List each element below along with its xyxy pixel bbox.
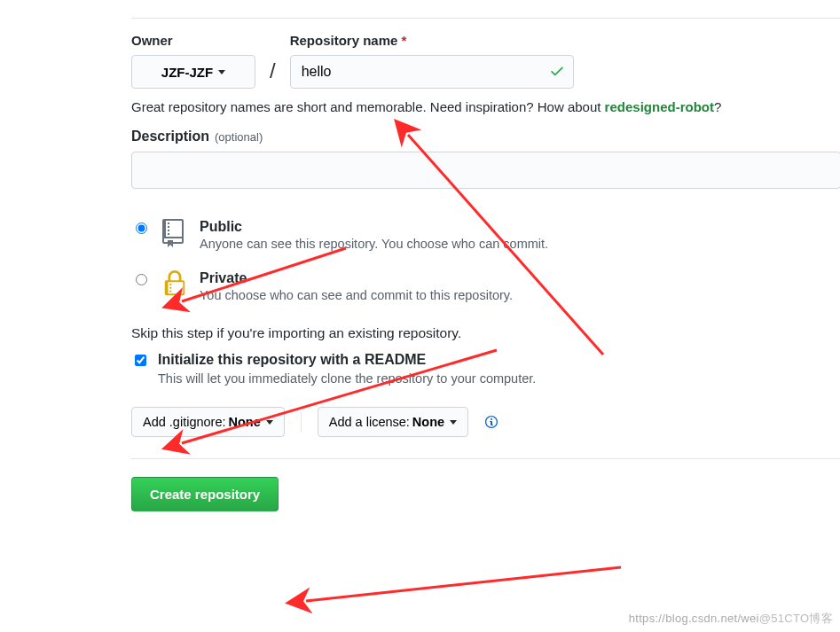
caret-down-icon [266,420,273,425]
info-icon[interactable] [484,415,499,429]
repo-name-label: Repository name * [290,33,574,48]
gitignore-prefix: Add .gitignore: [143,415,226,429]
license-prefix: Add a license: [329,415,410,429]
section-divider-top [131,18,840,19]
visibility-public-title: Public [200,219,548,235]
repo-public-icon [161,219,189,247]
checkmark-icon [549,63,565,82]
repo-name-suggestion[interactable]: redesigned-robot [605,99,714,114]
description-input[interactable] [131,152,840,189]
description-label: Description (optional) [131,129,840,144]
caret-down-icon [218,70,225,74]
name-hint: Great repository names are short and mem… [131,99,840,114]
caret-down-icon [450,420,457,425]
visibility-private-title: Private [200,270,513,286]
description-optional: (optional) [215,130,263,144]
initialize-readme-checkbox[interactable] [135,355,146,366]
owner-selected-value: JZF-JZF [161,65,213,80]
owner-label: Owner [131,33,255,48]
visibility-private-desc: You choose who can see and commit to thi… [200,288,513,302]
path-slash: / [264,59,281,89]
license-select[interactable]: Add a license: None [318,407,468,437]
license-value: None [412,415,444,429]
watermark-left: https://blog.csdn.net/wei [629,612,759,625]
initialize-readme-title: Initialize this repository with a README [158,352,536,368]
description-label-text: Description [131,129,209,144]
repo-name-label-text: Repository name [290,33,398,48]
gitignore-value: None [229,415,261,429]
svg-line-3 [306,567,621,601]
skip-import-text: Skip this step if you're importing an ex… [131,325,840,341]
section-divider-bottom [131,458,840,459]
gitignore-select[interactable]: Add .gitignore: None [131,407,285,437]
hint-suffix: ? [714,99,721,114]
required-asterisk: * [401,33,406,48]
visibility-public-desc: Anyone can see this repository. You choo… [200,237,548,251]
owner-select[interactable]: JZF-JZF [131,55,255,89]
lock-icon [161,270,189,297]
watermark-right: @51CTO博客 [759,612,833,625]
repo-name-input[interactable] [290,55,574,89]
visibility-private-radio[interactable] [136,274,147,285]
create-repository-button[interactable]: Create repository [131,477,279,511]
initialize-readme-desc: This will let you immediately clone the … [158,371,536,386]
vertical-divider [301,411,302,433]
watermark: https://blog.csdn.net/wei@51CTO博客 [629,611,833,627]
hint-prefix: Great repository names are short and mem… [131,99,605,114]
visibility-public-radio[interactable] [136,222,147,234]
